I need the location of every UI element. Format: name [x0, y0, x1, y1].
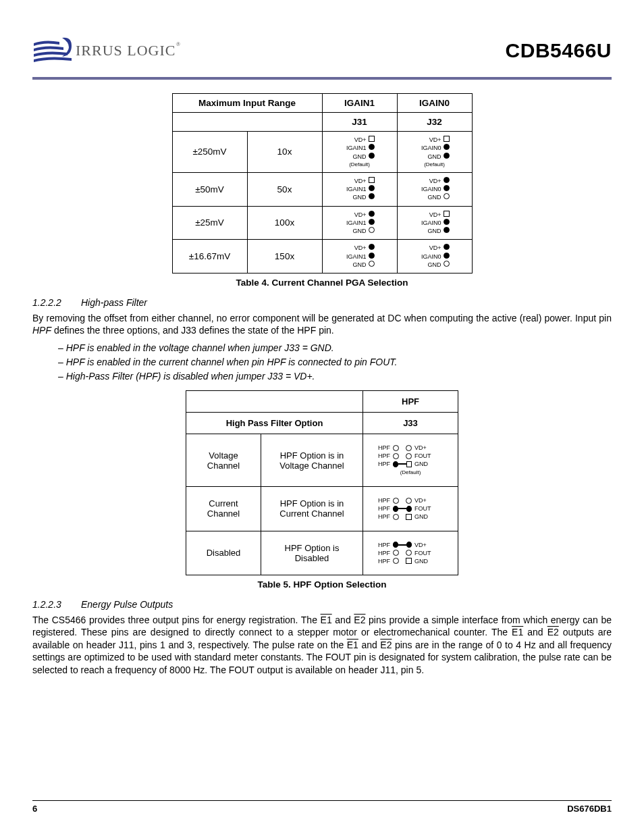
section-1-2-2-2-heading: 1.2.2.2High-pass Filter [32, 297, 612, 308]
t4-range: ±16.67mV [172, 240, 247, 273]
bullet-item: HPF is enabled in the voltage channel wh… [58, 341, 612, 355]
t4-sub-j31: J31 [322, 113, 397, 132]
t4-range: ±50mV [172, 172, 247, 206]
sec-1222-para: By removing the offset from either chann… [32, 312, 612, 337]
t4-j31: VD+IGAIN1GND [322, 172, 397, 206]
part-number: CDB5466U [506, 39, 612, 62]
table-5-caption: Table 5. HPF Option Selection [32, 579, 612, 590]
t5-col3: HPFVD+HPF FOUTHPF GND [363, 531, 458, 575]
t4-j31: VD+IGAIN1GND [322, 206, 397, 240]
t5-col2: HPF Option is in Current Channel [261, 487, 363, 531]
page-header: IRRUS LOGIC® CDB5466U [32, 27, 612, 74]
t4-hdr-mir: Maximum Input Range [172, 94, 322, 113]
t5-col2: HPF Option is in Voltage Channel [261, 434, 363, 486]
section-1-2-2-3-heading: 1.2.2.3Energy Pulse Outputs [32, 599, 612, 610]
t5-hdr-option: High Pass Filter Option [186, 412, 363, 434]
t4-j32: VD+IGAIN0GND(Default) [397, 132, 472, 173]
t4-gain: 50x [247, 172, 322, 206]
t4-range: ±25mV [172, 206, 247, 240]
doc-id: DS676DB1 [567, 804, 612, 814]
sec-1222-bullets: HPF is enabled in the voltage channel wh… [58, 341, 612, 384]
t4-gain: 150x [247, 240, 322, 273]
t4-hdr-igain1: IGAIN1 [322, 94, 397, 113]
bullet-item: HPF is enabled in the current channel wh… [58, 355, 612, 369]
t5-hdr-j33: J33 [363, 412, 458, 434]
logo-text: IRRUS LOGIC® [76, 42, 181, 59]
t4-j31: VD+IGAIN1GND [322, 240, 397, 273]
t4-sub-blank [172, 113, 322, 132]
t4-sub-j32: J32 [397, 113, 472, 132]
header-rule [32, 77, 612, 80]
t4-j32: VD+IGAIN0GND [397, 240, 472, 273]
t5-col1: VoltageChannel [186, 434, 261, 486]
t4-j32: VD+IGAIN0GND [397, 206, 472, 240]
t5-col3: HPF VD+HPFFOUTHPF GND [363, 487, 458, 531]
sec-1223-para: The CS5466 provides three output pins fo… [32, 614, 612, 676]
t5-col1: CurrentChannel [186, 487, 261, 531]
t4-hdr-igain0: IGAIN0 [397, 94, 472, 113]
page-footer: 6 DS676DB1 [32, 800, 612, 814]
t4-range: ±250mV [172, 132, 247, 173]
t4-gain: 10x [247, 132, 322, 173]
t4-j32: VD+IGAIN0GND [397, 172, 472, 206]
page-number: 6 [32, 804, 37, 814]
t5-col3: HPF VD+HPF FOUTHPFGND(Default) [363, 434, 458, 486]
bullet-item: High-Pass Filter (HPF) is disabled when … [58, 369, 612, 384]
table-4-caption: Table 4. Current Channel PGA Selection [32, 278, 612, 288]
t5-col1: Disabled [186, 531, 261, 575]
t4-gain: 100x [247, 206, 322, 240]
table-4-pga-selection: Maximum Input Range IGAIN1 IGAIN0 J31 J3… [172, 93, 473, 273]
logo-mark-icon [32, 36, 73, 65]
company-logo: IRRUS LOGIC® [32, 36, 181, 65]
t4-j31: VD+IGAIN1GND(Default) [322, 132, 397, 173]
table-5-hpf-selection: HPF High Pass Filter Option J33 VoltageC… [186, 390, 458, 575]
t5-hdr-hpf: HPF [363, 390, 458, 412]
t5-col2: HPF Option is Disabled [261, 531, 363, 575]
